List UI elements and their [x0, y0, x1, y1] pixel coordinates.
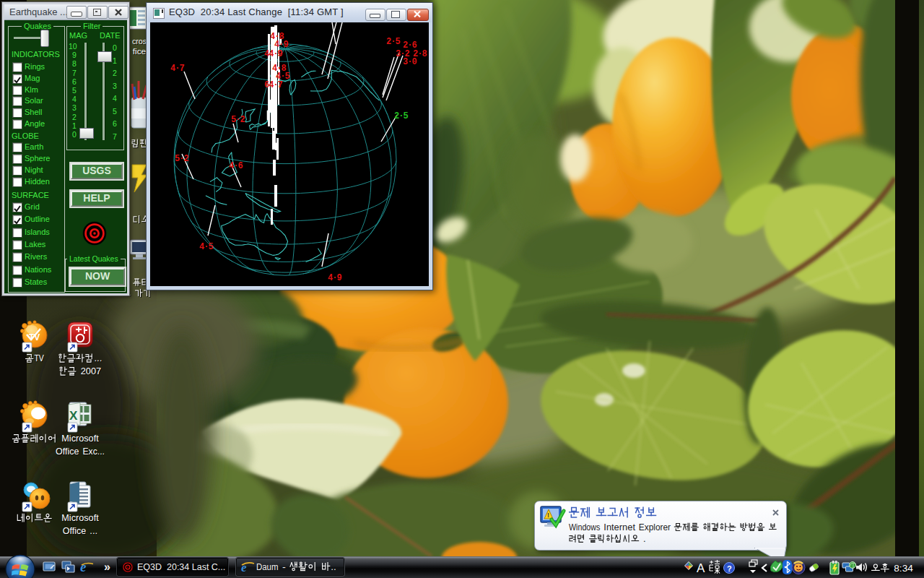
svg-text:Windows: Windows [569, 522, 600, 532]
svg-text:...: ... [331, 562, 336, 572]
svg-text:5·2: 5·2 [231, 115, 245, 125]
svg-text:Exc...: Exc... [83, 447, 105, 457]
svg-text:4·9: 4·9 [328, 273, 341, 283]
svg-text:.: . [643, 534, 646, 544]
svg-text:fice: fice [133, 47, 147, 56]
svg-text:64·7: 64·7 [264, 80, 283, 90]
svg-text:Internet: Internet [603, 522, 635, 532]
svg-text:3·0: 3·0 [403, 57, 417, 67]
svg-text:Office: Office [63, 526, 87, 536]
svg-text:...: ... [94, 353, 102, 363]
svg-text:4·5: 4·5 [199, 242, 213, 252]
svg-text:Microsoft: Microsoft [61, 513, 99, 523]
svg-text:Explorer: Explorer [639, 522, 671, 532]
svg-text:4·9: 4·9 [274, 40, 288, 50]
svg-text:4·7: 4·7 [170, 64, 184, 74]
svg-text:-: - [282, 562, 286, 572]
svg-text:...: ... [90, 526, 97, 536]
svg-text:2·5: 2·5 [394, 111, 408, 121]
svg-text:2007: 2007 [81, 366, 102, 376]
svg-text:44·9: 44·9 [264, 49, 283, 59]
svg-text:e: e [80, 559, 87, 574]
svg-text:A: A [697, 561, 705, 575]
svg-text:TV: TV [34, 353, 44, 363]
svg-text:5·2: 5·2 [175, 154, 188, 164]
svg-text:Office: Office [56, 447, 79, 457]
svg-text:2·5: 2·5 [386, 37, 400, 47]
svg-text:8:34: 8:34 [894, 563, 913, 574]
svg-text:4·6: 4·6 [229, 161, 243, 171]
svg-text:?: ? [727, 564, 732, 573]
svg-text:Daum: Daum [256, 562, 279, 572]
svg-text:Microsoft: Microsoft [61, 434, 99, 444]
svg-text:»: » [104, 561, 110, 573]
